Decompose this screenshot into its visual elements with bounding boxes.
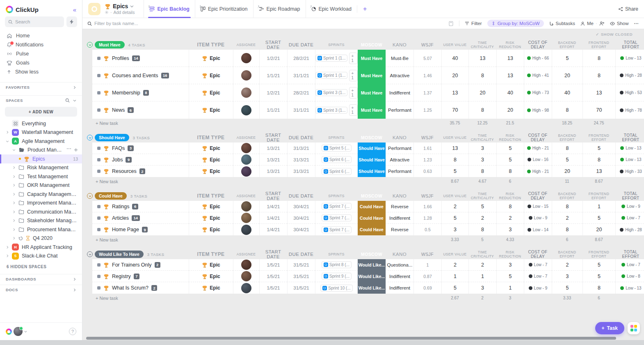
sprint-chip[interactable]: Sprint 3 (1... (315, 89, 347, 96)
filter-button[interactable]: Filter (465, 21, 482, 26)
backend-effort-value[interactable]: 5 (552, 282, 582, 294)
assignee-avatar[interactable] (241, 213, 251, 223)
tab-epic-backlog[interactable]: Epic Backlog (144, 0, 195, 18)
due-date[interactable]: 31/5/21 (287, 271, 315, 282)
start-date[interactable]: 1/1/21 (259, 67, 287, 84)
sidebar-item-agile-management[interactable]: AAgile Management (0, 137, 82, 146)
quick-actions-button[interactable] (66, 16, 77, 27)
task-name[interactable]: FAQs (112, 145, 125, 151)
cost-of-delay-value[interactable]: Low - 15 (524, 201, 552, 212)
task-status-checkbox[interactable] (97, 74, 100, 77)
moscow-value[interactable]: Should Have (358, 143, 386, 154)
backend-effort-value[interactable]: 20 (552, 67, 582, 84)
assignee-avatar[interactable] (241, 70, 251, 80)
column-header-time-criticality[interactable]: TIME CRITICALITY (468, 41, 496, 49)
favorites-header[interactable]: FAVORITES (0, 82, 82, 92)
user-menu[interactable] (6, 327, 27, 336)
table-row[interactable]: Profiles14Epic1/2/2128/2/21Sprint 1 (1..… (92, 50, 644, 67)
due-date[interactable]: 31/5/21 (287, 282, 315, 294)
moscow-value[interactable]: Would Like... (358, 271, 386, 282)
column-header-user-value[interactable]: USER VALUE (441, 136, 468, 140)
sprint-chip[interactable]: Sprint 7 (... (322, 214, 352, 221)
list-title[interactable]: Epics (105, 3, 135, 9)
table-row[interactable]: FAQs3Epic1/3/2131/3/21Sprint 5 (...Shoul… (92, 143, 644, 154)
views-bar-icon[interactable] (448, 21, 454, 26)
moscow-value[interactable]: Should Have (358, 166, 386, 177)
sprint-extra-chip[interactable]: + 1 (349, 70, 358, 81)
user-value[interactable]: 2 (441, 201, 468, 212)
kano-value[interactable]: Reverse (386, 201, 413, 212)
group-collapse-toggle[interactable] (87, 251, 93, 257)
due-date[interactable]: 30/4/21 (287, 212, 315, 224)
column-header-time-criticality[interactable]: TIME CRITICALITY (468, 133, 496, 142)
column-header-total-effort[interactable]: TOTAL EFFORT (615, 133, 644, 142)
backend-effort-value[interactable]: 5 (552, 50, 582, 67)
user-value[interactable]: 13 (441, 143, 468, 154)
time-criticality-value[interactable]: 3 (468, 143, 496, 154)
moscow-value[interactable]: Could Have (358, 212, 386, 224)
time-criticality-value[interactable]: 13 (468, 50, 496, 67)
table-row[interactable]: Home Page9Epic1/4/2130/4/21Sprint 7 (...… (92, 224, 644, 235)
moscow-value[interactable]: Could Have (358, 224, 386, 235)
risk-reduction-value[interactable]: 2 (496, 212, 524, 224)
sidebar-item-show-less[interactable]: Show less (0, 67, 82, 76)
user-value[interactable]: 3 (441, 224, 468, 235)
task-status-checkbox[interactable] (97, 170, 100, 173)
task-status-checkbox[interactable] (97, 158, 100, 161)
assignee-avatar[interactable] (241, 271, 251, 281)
cost-of-delay-value[interactable]: Low - 9 (524, 212, 552, 224)
apps-grid-button[interactable] (628, 322, 640, 334)
start-date[interactable]: 1/5/21 (259, 271, 287, 282)
column-header-start-date[interactable]: START DATE (259, 133, 287, 143)
column-header-due-date[interactable]: DUE DATE (287, 42, 315, 47)
risk-reduction-value[interactable]: 40 (496, 84, 524, 101)
backend-effort-value[interactable]: 8 (552, 101, 582, 119)
task-filter-input[interactable]: Filter by task name... (87, 21, 210, 26)
cost-of-delay-value[interactable]: High - 98 (524, 101, 552, 119)
risk-reduction-value[interactable]: 3 (496, 259, 524, 271)
column-header-cost-of-delay[interactable]: COST OF DELAY (524, 133, 552, 142)
share-button[interactable]: Share (618, 6, 638, 12)
sidebar-search-input[interactable]: Search (5, 16, 64, 27)
total-effort-value[interactable]: High - 28 (615, 224, 644, 235)
sprint-chip[interactable]: Sprint 1 (1... (315, 55, 347, 62)
sprint-extra-chip[interactable]: + 1 (349, 53, 358, 64)
table-row[interactable]: Courses and Events16Epic1/1/2131/1/21Spr… (92, 67, 644, 84)
task-name[interactable]: News (112, 107, 125, 113)
task-name[interactable]: Registry (112, 274, 131, 279)
column-header-wsjf[interactable]: WSJF (413, 42, 441, 47)
frontend-effort-value[interactable]: 20 (582, 224, 615, 235)
spaces-header[interactable]: SPACES (0, 95, 82, 105)
column-header-due-date[interactable]: DUE DATE (287, 135, 315, 140)
backend-effort-value[interactable]: 2 (552, 259, 582, 271)
assignee-avatar[interactable] (241, 154, 251, 165)
kano-value[interactable]: Reverse (386, 224, 413, 235)
assignee-avatar[interactable] (241, 283, 251, 293)
user-value[interactable]: 13 (441, 84, 468, 101)
column-header-cost-of-delay[interactable]: COST OF DELAY (524, 250, 552, 259)
task-status-checkbox[interactable] (97, 57, 100, 60)
assignee-avatar[interactable] (241, 225, 251, 235)
chevron-down-icon[interactable] (73, 99, 76, 102)
assignee-avatar[interactable] (241, 166, 251, 177)
start-date[interactable]: 1/4/21 (259, 201, 287, 212)
sidebar-item-capacity-management[interactable]: Capacity Management (0, 190, 82, 199)
time-criticality-value[interactable]: 1 (468, 271, 496, 282)
new-task-button[interactable]: + New task (92, 296, 189, 301)
column-header-frontend-effort[interactable]: FRONTEND EFFORT (582, 250, 615, 258)
risk-reduction-value[interactable]: 5 (496, 143, 524, 154)
task-name[interactable]: Courses and Events (112, 73, 158, 78)
task-name[interactable]: Resources (112, 168, 137, 174)
start-date[interactable]: 1/4/21 (259, 224, 287, 235)
sidebar-item-slack-like-chat[interactable]: SSlack-Like Chat (0, 252, 82, 261)
task-status-checkbox[interactable] (97, 275, 100, 278)
add-new-space-button[interactable]: + ADD NEW (5, 107, 77, 117)
column-header-backend-effort[interactable]: BACKEND EFFORT (552, 41, 582, 49)
risk-reduction-value[interactable]: 13 (496, 67, 524, 84)
kano-value[interactable]: Performant (386, 166, 413, 177)
table-row[interactable]: Ratings6Epic1/4/2130/4/21Sprint 7 (...Co… (92, 201, 644, 212)
column-header-sprints[interactable]: SPRINTS (315, 252, 358, 256)
column-header-kano[interactable]: KANO (386, 42, 413, 47)
cost-of-delay-value[interactable]: Low - 7 (524, 271, 552, 282)
task-status-checkbox[interactable] (97, 263, 100, 267)
